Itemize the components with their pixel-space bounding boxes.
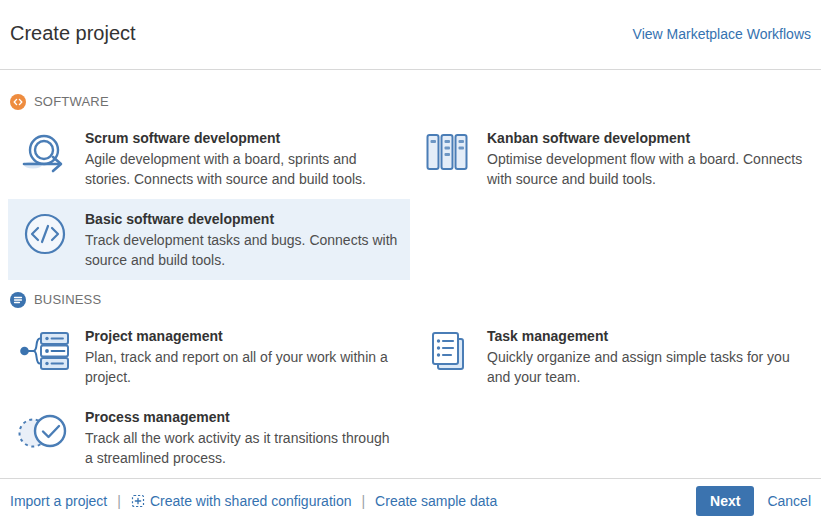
project-type-title: Scrum software development [85, 130, 400, 146]
project-type-list: SOFTWARE Scrum software development Agil… [0, 70, 821, 478]
project-type-title: Kanban software development [487, 130, 803, 146]
project-type-basic-selected[interactable]: Basic software development Track develop… [8, 199, 410, 280]
project-type-text: Scrum software development Agile develop… [85, 128, 400, 189]
hierarchy-icon [18, 326, 72, 374]
code-circle-icon [18, 209, 72, 257]
business-items-grid: Project management Plan, track and repor… [8, 316, 813, 478]
checklist-pages-icon [420, 326, 474, 374]
business-section-header: BUSINESS [8, 280, 813, 316]
project-type-text: Project management Plan, track and repor… [85, 326, 400, 387]
kanban-board-icon [420, 128, 474, 176]
create-shared-configuration-label: Create with shared configuration [150, 493, 352, 509]
import-project-link[interactable]: Import a project [10, 493, 107, 509]
dialog-header: Create project View Marketplace Workflow… [0, 0, 821, 70]
project-type-task-management[interactable]: Task management Quickly organize and ass… [410, 316, 813, 397]
view-marketplace-workflows-link[interactable]: View Marketplace Workflows [633, 26, 811, 42]
code-badge-icon [10, 94, 26, 110]
project-type-text: Basic software development Track develop… [85, 209, 400, 270]
project-type-title: Basic software development [85, 211, 400, 227]
scrum-sprint-icon [18, 128, 72, 176]
project-type-title: Process management [85, 409, 400, 425]
project-type-text: Kanban software development Optimise dev… [487, 128, 803, 189]
create-sample-data-label: Create sample data [375, 493, 497, 509]
project-type-kanban[interactable]: Kanban software development Optimise dev… [410, 118, 813, 199]
project-type-project-management[interactable]: Project management Plan, track and repor… [8, 316, 410, 397]
project-type-description: Agile development with a board, sprints … [85, 149, 400, 189]
page-title: Create project [10, 22, 136, 45]
create-sample-data-link[interactable]: Create sample data [375, 493, 497, 509]
project-type-text: Process management Track all the work ac… [85, 407, 400, 468]
cancel-link[interactable]: Cancel [767, 493, 811, 509]
process-check-icon [18, 407, 72, 455]
link-separator: | [117, 493, 121, 509]
software-items-grid: Scrum software development Agile develop… [8, 118, 813, 280]
software-section-header: SOFTWARE [8, 70, 813, 118]
project-type-process-management[interactable]: Process management Track all the work ac… [8, 397, 410, 478]
next-button[interactable]: Next [696, 486, 754, 516]
list-badge-icon [10, 292, 26, 308]
project-type-title: Project management [85, 328, 400, 344]
project-type-description: Plan, track and report on all of your wo… [85, 347, 400, 387]
footer-actions: Next Cancel [696, 486, 811, 516]
project-type-text: Task management Quickly organize and ass… [487, 326, 803, 387]
project-type-scrum[interactable]: Scrum software development Agile develop… [8, 118, 410, 199]
project-type-description: Quickly organize and assign simple tasks… [487, 347, 803, 387]
footer-links: Import a project | Create with shared co… [10, 493, 497, 509]
business-section-label: BUSINESS [34, 292, 101, 307]
project-type-description: Optimise development flow with a board. … [487, 149, 803, 189]
shared-config-icon [131, 494, 145, 508]
import-project-label: Import a project [10, 493, 107, 509]
software-section-label: SOFTWARE [34, 94, 109, 109]
dialog-footer: Import a project | Create with shared co… [0, 478, 821, 522]
create-shared-configuration-link[interactable]: Create with shared configuration [131, 493, 352, 509]
project-type-title: Task management [487, 328, 803, 344]
project-type-description: Track development tasks and bugs. Connec… [85, 230, 400, 270]
link-separator: | [361, 493, 365, 509]
project-type-description: Track all the work activity as it transi… [85, 428, 400, 468]
